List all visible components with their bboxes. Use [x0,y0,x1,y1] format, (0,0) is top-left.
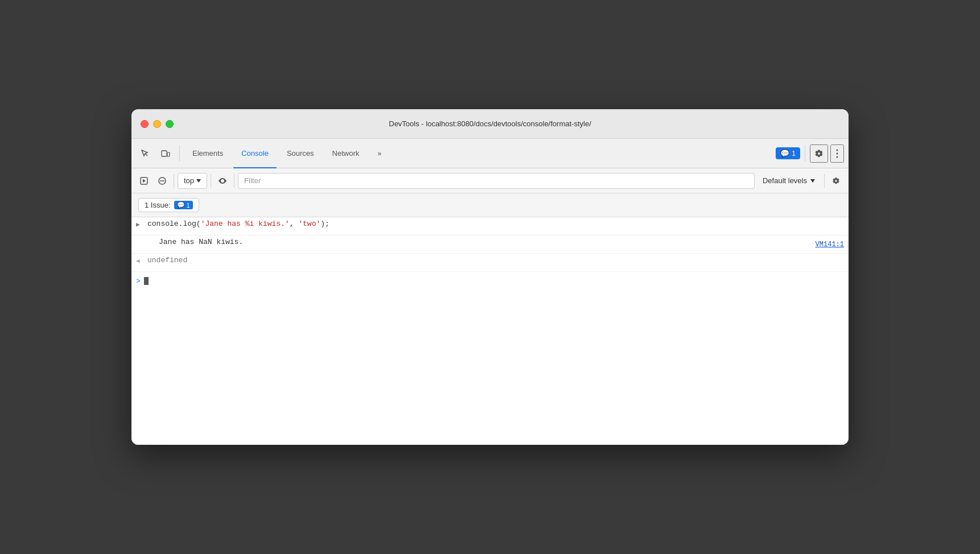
console-entry-log: console.log('Jane has %i kiwis.', 'two')… [131,217,849,235]
inspect-element-button[interactable] [136,144,154,163]
context-label: top [184,176,194,185]
live-expressions-button[interactable] [215,173,230,189]
svg-rect-1 [167,152,170,156]
traffic-lights [141,120,174,128]
prompt-cursor [144,277,149,285]
cursor-icon [141,149,150,158]
console-divider-2 [211,174,211,188]
context-selector[interactable]: top [178,173,207,189]
console-log-code: console.log('Jane has %i kiwis.', 'two')… [147,220,844,228]
close-button[interactable] [141,120,149,128]
chevron-down-icon-levels [810,179,815,183]
issue-badge[interactable]: 💬 1 [776,147,800,159]
minimize-button[interactable] [153,120,161,128]
kebab-icon [836,149,838,158]
issues-label: 1 Issue: [145,201,171,209]
return-arrow [136,256,144,264]
gear-icon-console [832,177,840,185]
console-divider-1 [174,174,174,188]
play-icon [140,177,148,185]
vm-link[interactable]: VM141:1 [816,241,844,249]
toolbar-divider-2 [805,146,805,162]
devtools-window: DevTools - localhost:8080/docs/devtools/… [131,109,849,445]
svg-point-9 [222,180,224,181]
main-toolbar: Elements Console Sources Network » 💬 1 [131,139,849,168]
title-bar: DevTools - localhost:8080/docs/devtools/… [131,109,849,139]
console-content: console.log('Jane has %i kiwis.', 'two')… [131,217,849,445]
chevron-down-icon [196,179,201,183]
device-toolbar-button[interactable] [157,144,175,163]
tab-network[interactable]: Network [324,139,368,168]
issues-icon-count: 1 [187,202,190,209]
run-script-button[interactable] [136,173,152,189]
log-levels-button[interactable]: Default levels [757,173,821,189]
issue-badge-count: 1 [792,150,796,158]
console-toolbar: top Default levels [131,168,849,193]
console-output-text: Jane has NaN kiwis. [147,238,816,246]
undefined-text: undefined [147,256,844,264]
more-options-button[interactable] [830,144,844,163]
eye-icon [218,177,227,185]
svg-marker-6 [143,179,146,183]
device-icon [161,149,170,158]
issues-icon-badge: 💬 1 [174,201,193,209]
console-settings-button[interactable] [828,173,844,189]
settings-button[interactable] [810,144,828,163]
svg-point-2 [837,149,838,151]
svg-point-4 [837,156,838,158]
maximize-button[interactable] [166,120,174,128]
console-prompt-line[interactable]: > [131,272,849,290]
svg-rect-0 [162,151,167,156]
svg-point-3 [837,152,838,154]
console-entry-undefined: undefined [131,254,849,272]
toolbar-divider-1 [179,146,180,162]
tab-sources[interactable]: Sources [279,139,322,168]
console-entry-output: Jane has NaN kiwis. VM141:1 [131,235,849,254]
tab-more[interactable]: » [369,139,389,168]
window-title: DevTools - localhost:8080/docs/devtools/… [389,119,591,128]
clear-icon [158,177,166,185]
filter-input[interactable] [238,173,755,189]
issue-badge-icon: 💬 [780,149,789,158]
log-levels-label: Default levels [763,176,807,185]
gear-icon [814,149,823,158]
tab-elements[interactable]: Elements [184,139,231,168]
expand-arrow-log[interactable] [136,220,144,228]
prompt-arrow: > [136,277,141,286]
clear-console-button[interactable] [154,173,170,189]
console-divider-3 [234,174,234,188]
tab-console[interactable]: Console [233,139,277,168]
issues-bar: 1 Issue: 💬 1 [131,193,849,217]
console-divider-4 [824,174,825,188]
issues-pill[interactable]: 1 Issue: 💬 1 [138,198,199,212]
